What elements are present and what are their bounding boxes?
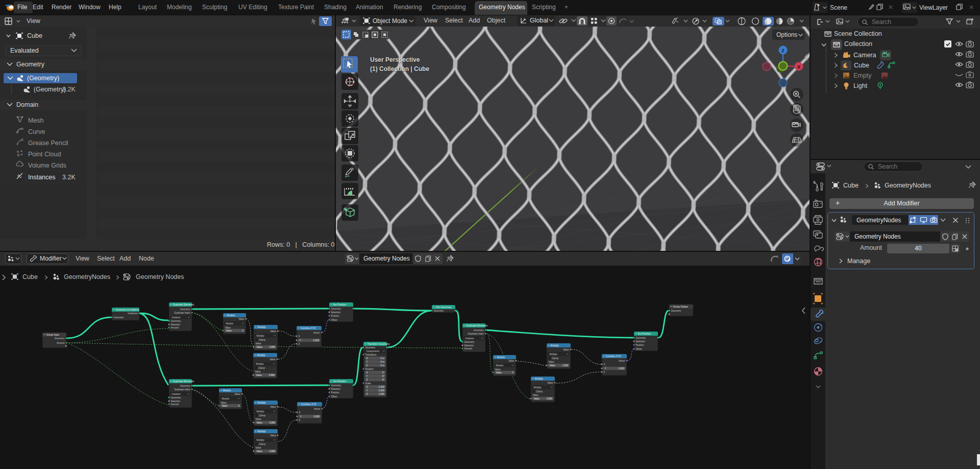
svg-text:Value: Value	[563, 348, 569, 351]
svg-text:1.630: 1.630	[562, 364, 569, 367]
svg-text:Value: Value	[257, 346, 263, 348]
svg-text:Duplicate Index: Duplicate Index	[174, 312, 190, 314]
svg-text:Amount: Amount	[464, 347, 473, 350]
svg-text:Value: Value	[495, 368, 501, 371]
svg-text:Z: Z	[299, 343, 300, 345]
svg-text:Y: Y	[366, 361, 368, 363]
svg-text:0.866: 0.866	[547, 397, 553, 400]
svg-text:Value: Value	[257, 421, 263, 424]
svg-text:Modulo: Modulo	[497, 356, 505, 359]
svg-text:Geometry: Geometry	[474, 329, 484, 332]
svg-text:Value: Value	[270, 434, 276, 437]
svg-text:0 m: 0 m	[380, 361, 384, 363]
svg-text:Clamp: Clamp	[536, 390, 543, 393]
svg-text:Y: Y	[605, 367, 606, 370]
svg-text:Set Position: Set Position	[333, 380, 347, 383]
svg-text:Instance: Instance	[172, 393, 181, 395]
svg-text:0.000: 0.000	[314, 415, 320, 418]
svg-text:Instances: Instances	[128, 312, 138, 315]
svg-text:X: X	[299, 411, 301, 414]
svg-text:-1.000: -1.000	[378, 389, 384, 392]
svg-text:Value: Value	[547, 382, 553, 384]
svg-text:Geometry: Geometry	[180, 308, 191, 311]
svg-text:Value: Value	[496, 371, 502, 374]
svg-text:Geometry: Geometry	[464, 341, 475, 343]
svg-text:Set Position: Set Position	[638, 333, 651, 335]
svg-text:Multiply: Multiply	[256, 363, 264, 365]
svg-text:0.866: 0.866	[269, 374, 275, 377]
svg-text:0.866: 0.866	[270, 346, 276, 348]
svg-text:Duplicate Index: Duplicate Index	[468, 333, 484, 335]
svg-text:Value: Value	[238, 318, 244, 320]
svg-text:Selection: Selection	[171, 323, 181, 326]
svg-text:Clamp: Clamp	[258, 367, 265, 369]
svg-text:Geometry: Geometry	[331, 308, 342, 310]
svg-text:-1.000: -1.000	[378, 386, 384, 388]
svg-text:Set Position: Set Position	[333, 303, 347, 306]
svg-text:Value: Value	[221, 402, 227, 404]
svg-text:Geometry: Geometry	[671, 310, 682, 312]
svg-text:Y: Y	[366, 375, 368, 378]
svg-text:Instance: Instance	[465, 337, 475, 340]
svg-text:X: X	[797, 64, 800, 69]
svg-text:Amount: Amount	[57, 342, 65, 344]
svg-text:Value: Value	[508, 360, 514, 362]
svg-text:Value: Value	[255, 370, 261, 373]
svg-text:Geometry: Geometry	[434, 310, 445, 312]
svg-text:Value: Value	[549, 361, 555, 363]
svg-text:Multiply: Multiply	[534, 386, 542, 389]
svg-text:Position: Position	[331, 391, 340, 394]
svg-text:0.866: 0.866	[270, 421, 276, 424]
svg-text:Duplicate Elements: Duplicate Elements	[173, 303, 194, 306]
svg-text:Z: Z	[366, 379, 368, 381]
svg-text:Multiply: Multiply	[551, 344, 559, 347]
svg-text:Geometry: Geometry	[114, 316, 125, 319]
svg-text:Modulo: Modulo	[496, 364, 504, 367]
svg-text:Value: Value	[534, 397, 540, 400]
svg-text:Duplicate Elements: Duplicate Elements	[173, 380, 194, 383]
svg-text:Instance: Instance	[172, 316, 181, 319]
svg-text:Group Input: Group Input	[46, 334, 60, 336]
svg-text:Selection: Selection	[464, 344, 474, 347]
svg-text:Join Geometry: Join Geometry	[436, 306, 452, 309]
svg-text:Selection: Selection	[636, 340, 646, 343]
svg-text:Multiply: Multiply	[550, 353, 558, 356]
svg-text:Translation: Translation	[365, 354, 377, 356]
svg-text:Multiply: Multiply	[257, 439, 265, 441]
svg-text:Geometry: Geometry	[171, 396, 182, 399]
svg-text:Geometry: Geometry	[365, 346, 376, 349]
svg-text:Offset: Offset	[636, 348, 643, 350]
svg-text:Value: Value	[256, 447, 262, 449]
svg-text:0.000: 0.000	[619, 367, 625, 370]
svg-text:X: X	[366, 386, 368, 388]
svg-text:X: X	[366, 357, 368, 360]
svg-text:Selection: Selection	[171, 400, 181, 403]
svg-text:Value: Value	[257, 450, 263, 453]
svg-text:1.000: 1.000	[379, 393, 385, 395]
svg-text:Value: Value	[256, 418, 262, 420]
svg-text:Modulo: Modulo	[222, 397, 230, 400]
svg-text:Modulo: Modulo	[223, 389, 231, 392]
svg-text:Geometry: Geometry	[180, 385, 191, 387]
svg-text:Multiply: Multiply	[258, 402, 266, 404]
svg-text:Transform Geometry: Transform Geometry	[368, 343, 390, 345]
svg-text:Multiply: Multiply	[535, 378, 544, 380]
svg-text:Geometry to Instance: Geometry to Instance	[116, 309, 139, 311]
svg-text:Value: Value	[270, 330, 276, 333]
svg-text:Scale: Scale	[365, 382, 372, 385]
svg-text:Value: Value	[270, 358, 276, 361]
svg-text:0 m: 0 m	[380, 357, 384, 360]
svg-text:Clamp: Clamp	[259, 339, 266, 341]
svg-text:Geometry: Geometry	[55, 337, 65, 340]
svg-text:Selection: Selection	[331, 388, 341, 390]
svg-text:Vector: Vector	[314, 408, 321, 410]
svg-text:Value: Value	[550, 364, 556, 367]
svg-text:Clamp: Clamp	[259, 414, 266, 417]
svg-text:Value: Value	[225, 326, 231, 329]
svg-text:Multiply: Multiply	[257, 410, 265, 413]
svg-text:Duplicate Elements: Duplicate Elements	[467, 324, 488, 327]
svg-text:X: X	[604, 363, 605, 366]
svg-text:Value: Value	[256, 374, 262, 377]
svg-text:Offset: Offset	[331, 395, 338, 398]
svg-text:Value: Value	[270, 406, 276, 408]
